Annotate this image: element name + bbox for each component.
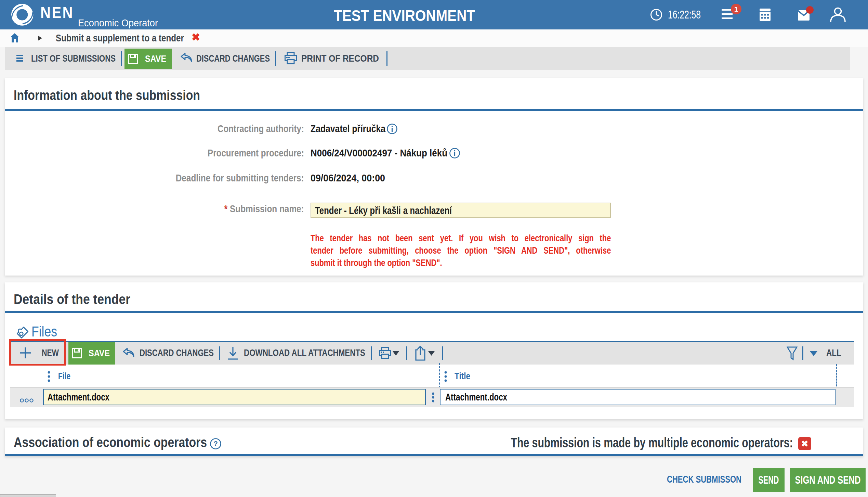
svg-text:?: ? [213,440,218,447]
